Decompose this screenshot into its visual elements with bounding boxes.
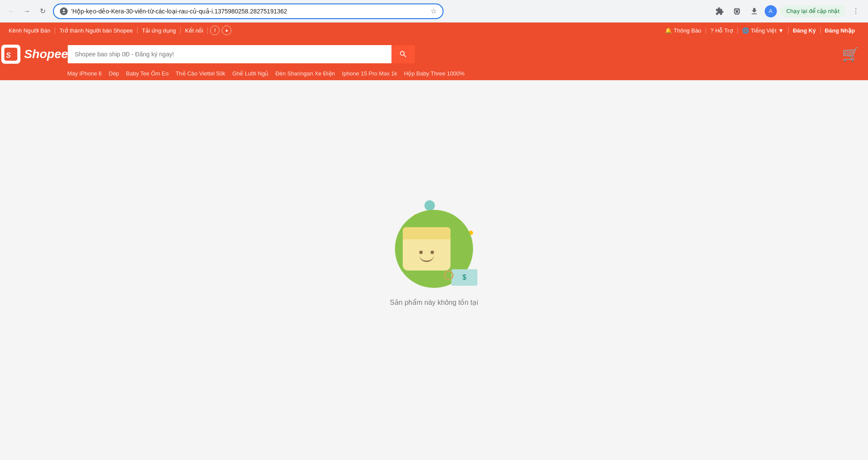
logo-text: Shopee <box>24 47 68 61</box>
browser-chrome: ← → ↻ 'Hộp-kẹo-dẻo-Kera-30-viên-từ-các-l… <box>0 0 868 23</box>
top-bar: Kênh Người Bán Trở thành Người bán Shope… <box>0 23 868 38</box>
empty-state: $ Sản phẩm này không tồn tại <box>386 166 482 333</box>
top-bar-left: Kênh Người Bán Trở thành Người bán Shope… <box>9 26 231 35</box>
update-button[interactable]: Chạy lại để cập nhật <box>780 5 845 17</box>
logo[interactable]: S Shopee <box>9 43 61 65</box>
chevron-down-icon: ▼ <box>778 27 784 34</box>
screenshot-button[interactable] <box>730 4 744 18</box>
search-icon <box>399 50 408 59</box>
search-button[interactable] <box>391 45 415 63</box>
url-text: 'Hộp-kẹo-dẻo-Kera-30-viên-từ-các-loại-ra… <box>71 8 427 15</box>
bag-body <box>403 227 450 271</box>
empty-message: Sản phẩm này không tồn tại <box>390 298 478 307</box>
suggestion-4[interactable]: Ghế Lười Ngủ <box>232 70 268 77</box>
suggestion-6[interactable]: Iphone 15 Pro Max 1k <box>342 70 397 77</box>
instagram-icon[interactable]: ● <box>222 26 231 35</box>
language-link[interactable]: 🌐 Tiếng Việt ▼ <box>738 27 789 34</box>
become-seller-link[interactable]: Trở thành Người bán Shopee <box>55 27 138 34</box>
address-bar[interactable]: 'Hộp-kẹo-dẻo-Kera-30-viên-từ-các-loại-ra… <box>53 3 444 19</box>
empty-illustration: $ <box>386 192 482 288</box>
search-input[interactable] <box>68 45 391 63</box>
suggestions-bar: Máy iPhone 6 Dép Baby Tee Ôm Eo Thẻ Cào … <box>0 69 868 80</box>
suggestion-2[interactable]: Baby Tee Ôm Eo <box>126 70 168 77</box>
suggestion-1[interactable]: Dép <box>109 70 119 77</box>
bag <box>403 227 450 279</box>
bookmark-icon[interactable]: ☆ <box>431 7 437 15</box>
globe-icon: 🌐 <box>742 27 749 34</box>
search-bar <box>68 45 415 63</box>
nav-buttons: ← → ↻ <box>5 5 49 17</box>
extensions-button[interactable] <box>713 4 727 18</box>
main-content: $ Sản phẩm này không tồn tại <box>0 80 868 418</box>
cart-icon: 🛒 <box>842 46 859 62</box>
cart-area[interactable]: 🛒 <box>842 46 859 62</box>
question-icon: ? <box>710 27 713 34</box>
bag-eyes <box>419 251 434 254</box>
profile-avatar[interactable]: A <box>765 5 777 17</box>
bag-eye-left <box>419 251 423 254</box>
facebook-icon[interactable]: f <box>210 26 220 35</box>
svg-point-0 <box>63 9 65 11</box>
logo-icon: S <box>1 45 20 64</box>
download-button[interactable] <box>747 4 761 18</box>
refresh-button[interactable]: ↻ <box>36 5 49 17</box>
suggestion-7[interactable]: Hộp Baby Three 1000% <box>404 70 464 77</box>
notification-link[interactable]: 🔔 Thông Báo <box>661 27 706 34</box>
download-app-link[interactable]: Tải ứng dụng <box>138 27 181 34</box>
back-button[interactable]: ← <box>5 5 17 17</box>
suggestion-5[interactable]: Đèn Sharingan Xe Điện <box>275 70 335 77</box>
register-link[interactable]: Đăng Ký <box>789 27 821 34</box>
suggestion-3[interactable]: Thẻ Cào Viettel 50k <box>175 70 225 77</box>
bag-smile <box>419 255 434 262</box>
bag-flap <box>403 227 450 239</box>
connect-link[interactable]: Kết nối <box>181 27 208 34</box>
suggestion-0[interactable]: Máy iPhone 6 <box>67 70 102 77</box>
header: S Shopee 🛒 <box>0 38 868 69</box>
seller-channel-link[interactable]: Kênh Người Bán <box>9 27 55 34</box>
dot-teal-large <box>424 200 435 211</box>
login-link[interactable]: Đăng Nhập <box>821 27 859 34</box>
top-bar-right: 🔔 Thông Báo ? Hỗ Trợ 🌐 Tiếng Việt ▼ Đăng… <box>661 27 859 34</box>
address-icon <box>60 7 68 15</box>
bag-face <box>403 251 450 262</box>
tag-ring <box>444 271 454 280</box>
svg-text:S: S <box>6 51 11 59</box>
menu-button[interactable]: ⋮ <box>849 4 863 18</box>
support-link[interactable]: ? Hỗ Trợ <box>706 27 738 34</box>
forward-button[interactable]: → <box>21 5 33 17</box>
bell-icon: 🔔 <box>665 27 672 34</box>
bag-eye-right <box>431 251 434 254</box>
toolbar-right: A Chạy lại để cập nhật ⋮ <box>713 4 863 18</box>
price-tag: $ <box>451 269 477 286</box>
